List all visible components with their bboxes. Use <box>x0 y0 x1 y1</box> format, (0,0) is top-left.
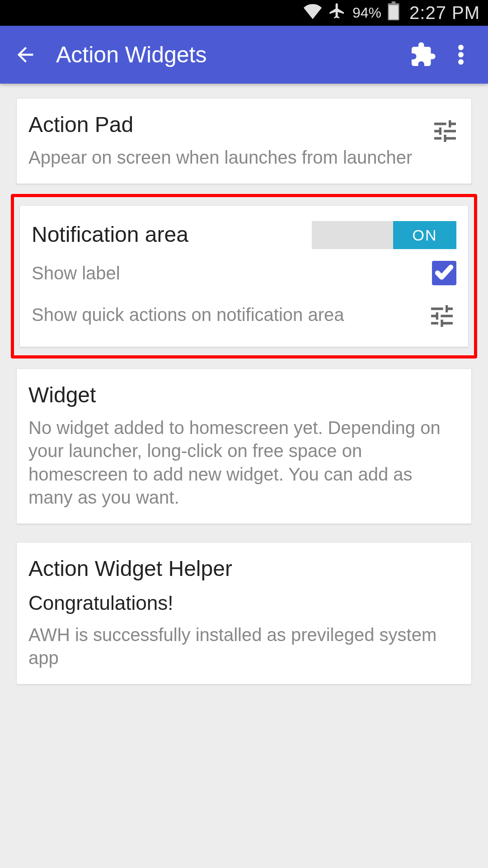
status-bar: 94% 2:27 PM <box>0 0 488 26</box>
card-widget[interactable]: Widget No widget added to homescreen yet… <box>16 368 472 524</box>
svg-point-1 <box>458 45 464 50</box>
quick-actions-text: Show quick actions on notification area <box>32 303 417 326</box>
widget-desc: No widget added to homescreen yet. Depen… <box>28 416 460 509</box>
show-label-text: Show label <box>32 262 120 285</box>
tune-icon <box>427 324 456 332</box>
highlight-annotation: Notification area ON Show label Show qui… <box>11 194 477 359</box>
card-action-pad[interactable]: Action Pad Appear on screen when launche… <box>16 98 472 184</box>
content: Action Pad Appear on screen when launche… <box>0 84 488 699</box>
tune-icon <box>431 139 460 147</box>
helper-title: Action Widget Helper <box>28 556 460 581</box>
notification-title: Notification area <box>32 222 188 247</box>
card-notification-area: Notification area ON Show label Show qui… <box>19 205 469 347</box>
toggle-on-label: ON <box>393 221 456 249</box>
helper-subtitle: Congratulations! <box>28 592 460 614</box>
back-button[interactable] <box>11 40 40 69</box>
widget-title: Widget <box>28 382 460 407</box>
svg-point-3 <box>458 59 464 65</box>
battery-percent: 94% <box>352 5 381 21</box>
page-title: Action Widgets <box>56 42 401 68</box>
notification-toggle[interactable]: ON <box>312 221 456 249</box>
extension-button[interactable] <box>407 38 439 71</box>
action-pad-desc: Appear on screen when launches from laun… <box>28 146 420 169</box>
wifi-icon <box>304 2 322 24</box>
clock: 2:27 PM <box>409 3 480 23</box>
svg-point-2 <box>458 52 464 57</box>
app-bar: Action Widgets <box>0 26 488 84</box>
overflow-menu-button[interactable] <box>445 38 477 71</box>
action-pad-title: Action Pad <box>28 112 420 137</box>
action-pad-settings-button[interactable] <box>431 112 460 147</box>
quick-actions-settings-button[interactable] <box>427 297 456 332</box>
check-icon <box>434 262 454 284</box>
battery-icon <box>388 1 399 24</box>
show-label-checkbox[interactable] <box>432 261 456 285</box>
helper-desc: AWH is successfully installed as previle… <box>28 623 460 670</box>
svg-rect-0 <box>389 5 399 19</box>
card-helper[interactable]: Action Widget Helper Congratulations! AW… <box>16 542 472 684</box>
airplane-icon <box>328 2 346 24</box>
